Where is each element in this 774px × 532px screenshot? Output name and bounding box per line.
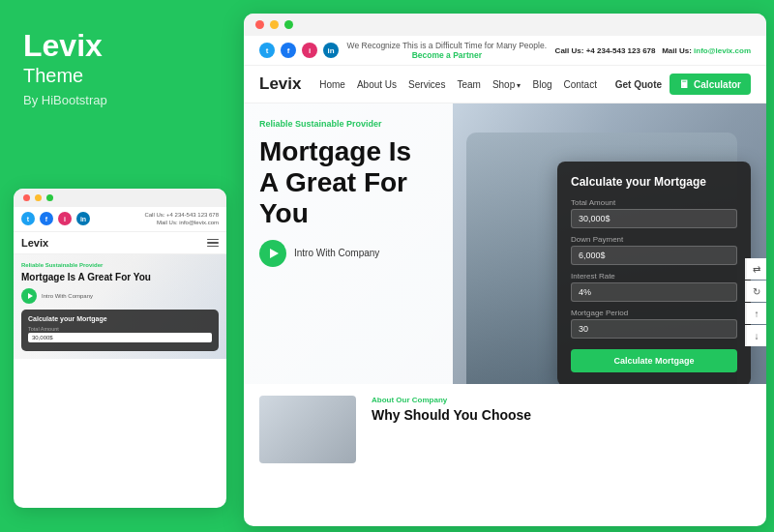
mini-topbar: t f i in Call Us: +4 234-543 123 678 Mai… — [14, 207, 226, 232]
brand-by: By HiBootstrap — [23, 93, 214, 107]
mini-facebook-icon: f — [40, 212, 53, 225]
nav-home[interactable]: Home — [319, 79, 345, 90]
mail-label: Mail Us: — [662, 46, 692, 55]
get-quote-button[interactable]: Get Quote — [615, 79, 662, 90]
hero-badge: Reliable Sustainable Provider — [259, 119, 411, 129]
mortgage-period-label: Mortgage Period — [571, 309, 737, 317]
nav-actions: Get Quote 🖩 Calculator — [615, 74, 751, 95]
mini-browser-preview: t f i in Call Us: +4 234-543 123 678 Mai… — [14, 189, 226, 508]
main-dot-red — [255, 20, 264, 29]
mini-social-icons: t f i in — [21, 212, 90, 225]
hero-section: Reliable Sustainable Provider Mortgage I… — [244, 103, 766, 384]
calculator-button[interactable]: 🖩 Calculator — [670, 74, 751, 95]
main-dot-yellow — [270, 20, 279, 29]
linkedin-icon[interactable]: in — [323, 43, 339, 58]
mini-mortgage-title: Calculate your Mortgage — [28, 315, 212, 322]
mini-hero: Reliable Sustainable Provider Mortgage I… — [14, 254, 226, 359]
top-social-icons: t f i in — [259, 43, 339, 58]
mortgage-period-input[interactable]: 30 — [571, 319, 737, 339]
calculate-mortgage-button[interactable]: Calculate Mortgage — [571, 349, 737, 372]
down-payment-input[interactable]: 6,000$ — [571, 246, 737, 265]
mini-headline: Mortgage Is A Great For You — [21, 271, 219, 283]
mini-total-input: 30,000$ — [28, 333, 212, 342]
mini-instagram-icon: i — [58, 212, 72, 225]
about-content: About Our Company Why Should You Choose — [372, 396, 751, 463]
instagram-icon[interactable]: i — [302, 43, 317, 58]
total-amount-label: Total Amount — [571, 198, 737, 207]
sidebar-share-icon[interactable]: ⇄ — [745, 258, 766, 280]
total-amount-group: Total Amount 30,000$ — [571, 198, 737, 228]
mini-logo: Levix — [21, 237, 48, 249]
mini-hamburger[interactable] — [207, 239, 219, 248]
become-partner-link[interactable]: Become a Partner — [347, 50, 547, 60]
top-info-text: We Recognize This is a Difficult Time fo… — [347, 41, 547, 60]
facebook-icon[interactable]: f — [281, 43, 296, 58]
sidebar-up-icon[interactable]: ↑ — [745, 303, 766, 324]
mini-linkedin-icon: in — [76, 212, 90, 225]
top-contact-info: Call Us: +4 234-543 123 678 Mail Us: inf… — [555, 46, 751, 55]
about-image — [259, 396, 356, 463]
main-dot-green — [284, 20, 293, 29]
main-nav: Levix Home About Us Services Team Shop B… — [244, 66, 766, 103]
nav-services[interactable]: Services — [408, 79, 445, 90]
mini-badge: Reliable Sustainable Provider — [21, 262, 219, 268]
mortgage-period-group: Mortgage Period 30 — [571, 309, 737, 339]
nav-shop[interactable]: Shop — [492, 79, 521, 90]
mail-address: info@levix.com — [694, 46, 751, 55]
twitter-icon[interactable]: t — [259, 43, 275, 58]
nav-links: Home About Us Services Team Shop Blog Co… — [319, 79, 597, 90]
nav-about[interactable]: About Us — [357, 79, 397, 90]
call-label: Call Us: — [555, 46, 584, 55]
mini-play-label: Intro With Company — [42, 293, 93, 299]
sidebar-refresh-icon[interactable]: ↻ — [745, 281, 766, 302]
hero-content: Reliable Sustainable Provider Mortgage I… — [259, 119, 411, 267]
hero-headline: Mortgage Is A Great For You — [259, 136, 411, 230]
left-panel: Levix Theme By HiBootstrap t f i in Call… — [0, 0, 237, 532]
mortgage-card-title: Calculate your Mortgage — [571, 175, 737, 189]
call-number: +4 234-543 123 678 — [586, 46, 656, 55]
mini-hero-content: Reliable Sustainable Provider Mortgage I… — [21, 262, 219, 351]
mini-dot-red — [23, 194, 30, 201]
hero-play-label: Intro With Company — [294, 248, 379, 258]
mortgage-calculator-card: Calculate your Mortgage Total Amount 30,… — [557, 162, 751, 384]
mini-contact-text: Call Us: +4 234-543 123 678 Mail Us: inf… — [144, 211, 219, 227]
about-title: Why Should You Choose — [372, 407, 751, 424]
about-badge: About Our Company — [372, 396, 751, 404]
interest-rate-group: Interest Rate 4% — [571, 272, 737, 302]
interest-rate-input[interactable]: 4% — [571, 282, 737, 302]
about-section: About Our Company Why Should You Choose — [244, 384, 766, 475]
nav-contact[interactable]: Contact — [564, 79, 597, 90]
sidebar-float-icons: ⇄ ↻ ↑ ↓ — [745, 258, 766, 346]
hero-play-row: Intro With Company — [259, 240, 411, 267]
interest-rate-label: Interest Rate — [571, 272, 737, 281]
nav-blog[interactable]: Blog — [532, 79, 551, 90]
calculator-icon: 🖩 — [679, 78, 690, 90]
mini-dot-green — [46, 194, 53, 201]
main-logo: Levix — [259, 74, 301, 94]
hero-play-button[interactable] — [259, 240, 286, 267]
mini-browser-bar — [14, 189, 226, 207]
main-browser: t f i in We Recognize This is a Difficul… — [244, 14, 766, 526]
down-payment-group: Down Payment 6,000$ — [571, 235, 737, 265]
brand-subtitle: Theme — [23, 65, 214, 87]
mini-dot-yellow — [35, 194, 42, 201]
mini-play-row: Intro With Company — [21, 288, 219, 304]
main-browser-bar — [244, 14, 766, 36]
down-payment-label: Down Payment — [571, 235, 737, 244]
mini-nav: Levix — [14, 232, 226, 254]
brand-title: Levix — [23, 29, 214, 63]
mini-total-label: Total Amount — [28, 326, 212, 332]
total-amount-input[interactable]: 30,000$ — [571, 209, 737, 228]
sidebar-down-icon[interactable]: ↓ — [745, 325, 766, 346]
mini-twitter-icon: t — [21, 212, 35, 225]
mini-mortgage-card: Calculate your Mortgage Total Amount 30,… — [21, 310, 219, 351]
top-info-bar: t f i in We Recognize This is a Difficul… — [244, 36, 766, 66]
nav-team[interactable]: Team — [457, 79, 480, 90]
mini-play-button[interactable] — [21, 288, 37, 304]
